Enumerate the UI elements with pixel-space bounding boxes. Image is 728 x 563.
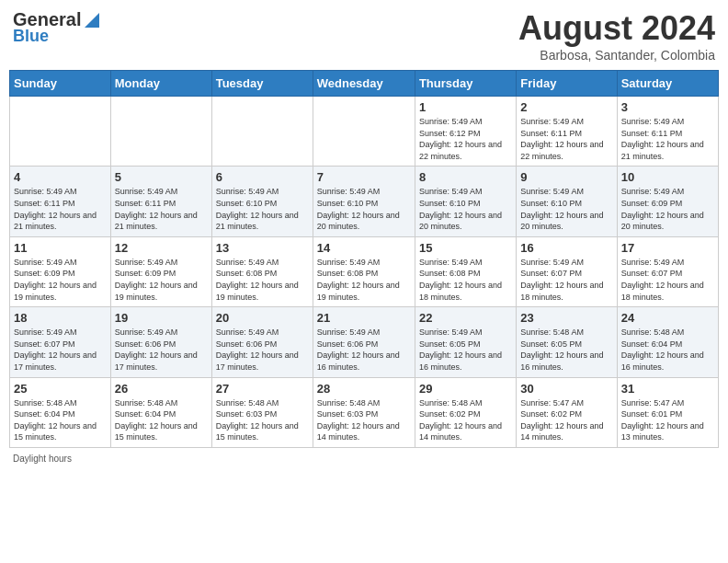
calendar-cell: 21Sunrise: 5:49 AMSunset: 6:06 PMDayligh… — [313, 307, 415, 377]
day-info: Sunrise: 5:47 AMSunset: 6:01 PMDaylight:… — [621, 397, 714, 443]
calendar-cell: 17Sunrise: 5:49 AMSunset: 6:07 PMDayligh… — [617, 236, 718, 306]
calendar-cell: 28Sunrise: 5:48 AMSunset: 6:03 PMDayligh… — [313, 377, 415, 447]
day-number: 23 — [520, 311, 612, 325]
day-header-saturday: Saturday — [617, 71, 718, 97]
calendar-cell: 2Sunrise: 5:49 AMSunset: 6:11 PMDaylight… — [517, 97, 617, 167]
day-info: Sunrise: 5:49 AMSunset: 6:07 PMDaylight:… — [520, 257, 612, 303]
week-row-3: 11Sunrise: 5:49 AMSunset: 6:09 PMDayligh… — [10, 236, 719, 306]
calendar-cell — [110, 97, 211, 167]
calendar-cell: 25Sunrise: 5:48 AMSunset: 6:04 PMDayligh… — [10, 377, 111, 447]
day-info: Sunrise: 5:49 AMSunset: 6:11 PMDaylight:… — [14, 186, 107, 232]
day-number: 14 — [317, 241, 411, 255]
day-number: 7 — [317, 170, 411, 184]
calendar-cell — [211, 97, 313, 167]
calendar-cell: 31Sunrise: 5:47 AMSunset: 6:01 PMDayligh… — [617, 377, 718, 447]
svg-marker-0 — [85, 13, 99, 28]
calendar-cell: 16Sunrise: 5:49 AMSunset: 6:07 PMDayligh… — [517, 236, 617, 306]
daylight-label: Daylight hours — [13, 454, 72, 464]
calendar-cell: 29Sunrise: 5:48 AMSunset: 6:02 PMDayligh… — [415, 377, 516, 447]
day-number: 8 — [419, 170, 512, 184]
day-info: Sunrise: 5:49 AMSunset: 6:05 PMDaylight:… — [419, 327, 512, 373]
day-info: Sunrise: 5:49 AMSunset: 6:10 PMDaylight:… — [216, 186, 309, 232]
day-number: 25 — [14, 382, 107, 396]
day-info: Sunrise: 5:48 AMSunset: 6:03 PMDaylight:… — [216, 397, 309, 443]
day-info: Sunrise: 5:48 AMSunset: 6:04 PMDaylight:… — [14, 397, 107, 443]
day-header-tuesday: Tuesday — [211, 71, 313, 97]
title-area: August 2024 Barbosa, Santander, Colombia — [518, 9, 715, 63]
day-number: 24 — [621, 311, 714, 325]
day-info: Sunrise: 5:49 AMSunset: 6:09 PMDaylight:… — [115, 257, 208, 303]
calendar-cell: 30Sunrise: 5:47 AMSunset: 6:02 PMDayligh… — [517, 377, 617, 447]
day-header-thursday: Thursday — [415, 71, 516, 97]
calendar-cell: 3Sunrise: 5:49 AMSunset: 6:11 PMDaylight… — [617, 97, 718, 167]
calendar-cell: 7Sunrise: 5:49 AMSunset: 6:10 PMDaylight… — [313, 167, 415, 236]
calendar-cell: 1Sunrise: 5:49 AMSunset: 6:12 PMDaylight… — [415, 97, 516, 167]
day-number: 28 — [317, 382, 411, 396]
day-number: 15 — [419, 241, 512, 255]
day-number: 9 — [520, 170, 612, 184]
day-number: 3 — [621, 100, 714, 114]
day-number: 18 — [14, 311, 107, 325]
week-row-2: 4Sunrise: 5:49 AMSunset: 6:11 PMDaylight… — [10, 167, 719, 236]
calendar-cell: 15Sunrise: 5:49 AMSunset: 6:08 PMDayligh… — [415, 236, 516, 306]
day-number: 19 — [115, 311, 208, 325]
calendar-cell: 12Sunrise: 5:49 AMSunset: 6:09 PMDayligh… — [110, 236, 211, 306]
day-info: Sunrise: 5:49 AMSunset: 6:06 PMDaylight:… — [115, 327, 208, 373]
day-info: Sunrise: 5:48 AMSunset: 6:03 PMDaylight:… — [317, 397, 411, 443]
day-number: 17 — [621, 241, 714, 255]
day-info: Sunrise: 5:49 AMSunset: 6:12 PMDaylight:… — [419, 116, 512, 162]
day-info: Sunrise: 5:49 AMSunset: 6:11 PMDaylight:… — [621, 116, 714, 162]
day-number: 16 — [520, 241, 612, 255]
day-number: 29 — [419, 382, 512, 396]
logo-blue-text: Blue — [13, 27, 49, 46]
calendar-cell: 24Sunrise: 5:48 AMSunset: 6:04 PMDayligh… — [617, 307, 718, 377]
footer-note: Daylight hours — [9, 454, 719, 464]
week-row-5: 25Sunrise: 5:48 AMSunset: 6:04 PMDayligh… — [10, 377, 719, 447]
day-number: 20 — [216, 311, 309, 325]
day-header-monday: Monday — [110, 71, 211, 97]
calendar-cell: 10Sunrise: 5:49 AMSunset: 6:09 PMDayligh… — [617, 167, 718, 236]
day-info: Sunrise: 5:48 AMSunset: 6:04 PMDaylight:… — [115, 397, 208, 443]
calendar-cell: 19Sunrise: 5:49 AMSunset: 6:06 PMDayligh… — [110, 307, 211, 377]
calendar-cell: 22Sunrise: 5:49 AMSunset: 6:05 PMDayligh… — [415, 307, 516, 377]
day-info: Sunrise: 5:49 AMSunset: 6:08 PMDaylight:… — [419, 257, 512, 303]
day-number: 12 — [115, 241, 208, 255]
day-number: 30 — [520, 382, 612, 396]
day-header-wednesday: Wednesday — [313, 71, 415, 97]
day-number: 1 — [419, 100, 512, 114]
calendar-cell: 4Sunrise: 5:49 AMSunset: 6:11 PMDaylight… — [10, 167, 111, 236]
day-info: Sunrise: 5:49 AMSunset: 6:07 PMDaylight:… — [14, 327, 107, 373]
calendar-cell: 8Sunrise: 5:49 AMSunset: 6:10 PMDaylight… — [415, 167, 516, 236]
month-year-title: August 2024 — [518, 9, 715, 48]
calendar-header-row: SundayMondayTuesdayWednesdayThursdayFrid… — [10, 71, 719, 97]
location-subtitle: Barbosa, Santander, Colombia — [518, 48, 715, 63]
calendar-table: SundayMondayTuesdayWednesdayThursdayFrid… — [9, 70, 719, 448]
day-number: 4 — [14, 170, 107, 184]
week-row-4: 18Sunrise: 5:49 AMSunset: 6:07 PMDayligh… — [10, 307, 719, 377]
day-info: Sunrise: 5:49 AMSunset: 6:10 PMDaylight:… — [520, 186, 612, 232]
calendar-cell: 13Sunrise: 5:49 AMSunset: 6:08 PMDayligh… — [211, 236, 313, 306]
day-number: 26 — [115, 382, 208, 396]
day-info: Sunrise: 5:47 AMSunset: 6:02 PMDaylight:… — [520, 397, 612, 443]
calendar-cell: 18Sunrise: 5:49 AMSunset: 6:07 PMDayligh… — [10, 307, 111, 377]
day-info: Sunrise: 5:49 AMSunset: 6:06 PMDaylight:… — [216, 327, 309, 373]
day-info: Sunrise: 5:49 AMSunset: 6:10 PMDaylight:… — [419, 186, 512, 232]
page-header: General Blue August 2024 Barbosa, Santan… — [9, 9, 719, 63]
day-info: Sunrise: 5:49 AMSunset: 6:10 PMDaylight:… — [317, 186, 411, 232]
calendar-cell: 26Sunrise: 5:48 AMSunset: 6:04 PMDayligh… — [110, 377, 211, 447]
day-info: Sunrise: 5:48 AMSunset: 6:05 PMDaylight:… — [520, 327, 612, 373]
day-info: Sunrise: 5:49 AMSunset: 6:07 PMDaylight:… — [621, 257, 714, 303]
day-info: Sunrise: 5:48 AMSunset: 6:02 PMDaylight:… — [419, 397, 512, 443]
day-info: Sunrise: 5:49 AMSunset: 6:11 PMDaylight:… — [520, 116, 612, 162]
day-number: 2 — [520, 100, 612, 114]
calendar-cell — [313, 97, 415, 167]
day-header-friday: Friday — [517, 71, 617, 97]
calendar-cell — [10, 97, 111, 167]
calendar-cell: 6Sunrise: 5:49 AMSunset: 6:10 PMDaylight… — [211, 167, 313, 236]
day-number: 21 — [317, 311, 411, 325]
day-info: Sunrise: 5:49 AMSunset: 6:09 PMDaylight:… — [14, 257, 107, 303]
day-header-sunday: Sunday — [10, 71, 111, 97]
calendar-cell: 27Sunrise: 5:48 AMSunset: 6:03 PMDayligh… — [211, 377, 313, 447]
calendar-cell: 9Sunrise: 5:49 AMSunset: 6:10 PMDaylight… — [517, 167, 617, 236]
week-row-1: 1Sunrise: 5:49 AMSunset: 6:12 PMDaylight… — [10, 97, 719, 167]
